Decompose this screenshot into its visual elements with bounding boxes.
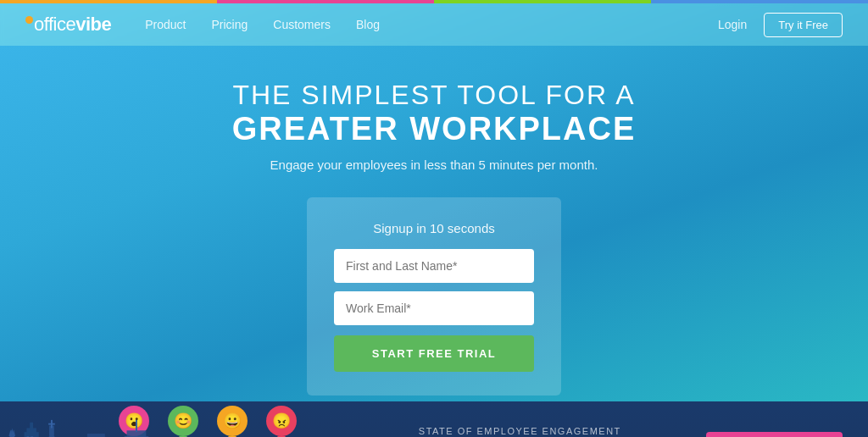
signup-heading: Signup in 10 seconds [334,221,534,235]
cityscape-svg [0,406,339,437]
nav-product[interactable]: Product [145,18,186,31]
svg-rect-20 [48,423,55,425]
nav-links: Product Pricing Customers Blog [145,18,718,31]
start-free-trial-button[interactable]: START FREE TRIAL [334,335,534,372]
try-it-free-button[interactable]: Try it Free [764,13,843,37]
hero-title-line2: GREATER WORKPLACE [232,111,637,147]
page-wrapper: officevibe Product Pricing Customers Blo… [0,0,868,437]
hero-title-line1: THE SIMPLEST TOOL FOR A [232,80,637,111]
nav-customers[interactable]: Customers [273,18,331,31]
bottom-banner: 😮 😊 😀 😠 [0,401,868,437]
svg-rect-9 [30,423,33,431]
email-input[interactable] [334,291,534,325]
svg-rect-24 [87,434,105,437]
svg-rect-28 [136,420,137,432]
name-input[interactable] [334,249,534,283]
nav-right: Login Try it Free [718,13,843,37]
signup-card: Signup in 10 seconds START FREE TRIAL [307,197,561,396]
banner-label: STATE OF EMPLOYEE ENGAGEMENT [359,426,681,436]
logo-text: officevibe [25,14,111,36]
hero-section: THE SIMPLEST TOOL FOR A GREATER WORKPLAC… [0,46,868,401]
banner-text-block: STATE OF EMPLOYEE ENGAGEMENT Discover ho… [359,426,681,437]
logo: officevibe [25,14,111,36]
navbar: officevibe Product Pricing Customers Blo… [0,3,868,46]
banner-info: STATE OF EMPLOYEE ENGAGEMENT Discover ho… [334,401,868,437]
logo-dot [25,16,33,24]
login-link[interactable]: Login [718,18,747,31]
hero-title: THE SIMPLEST TOOL FOR A GREATER WORKPLAC… [232,80,637,147]
hero-subtitle: Engage your employees in less than 5 min… [270,158,598,172]
nav-blog[interactable]: Blog [356,18,380,31]
see-live-report-button[interactable]: See the live report [706,432,843,438]
nav-pricing[interactable]: Pricing [211,18,248,31]
